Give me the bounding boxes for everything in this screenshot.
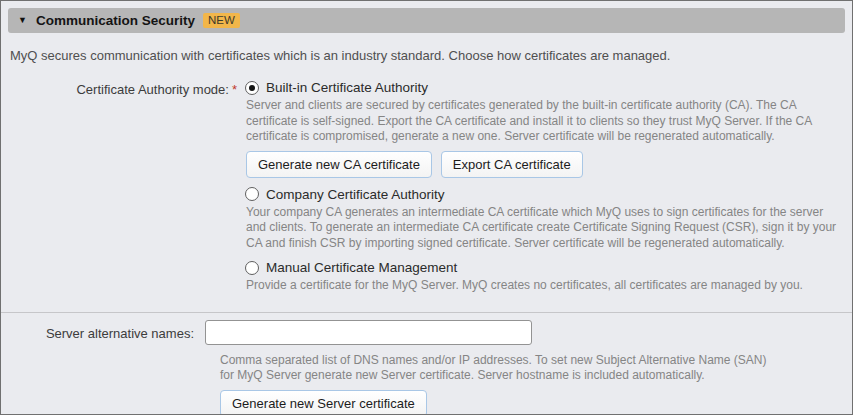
section-header[interactable]: ▼ Communication Security NEW: [8, 8, 845, 33]
option-description: Your company CA generates an intermediat…: [246, 205, 846, 252]
section-title: Communication Security: [36, 13, 195, 28]
ca-mode-options: Built-in Certificate Authority Server an…: [245, 80, 846, 303]
radio-button-selected-icon[interactable]: [245, 81, 259, 95]
section-divider: [1, 312, 852, 313]
certificate-settings-form: Certificate Authority mode:* Built-in Ce…: [1, 80, 852, 415]
option-manual-cert-management: Manual Certificate Management Provide a …: [245, 260, 846, 294]
ca-mode-row: Certificate Authority mode:* Built-in Ce…: [1, 80, 852, 303]
server-alternative-names-input[interactable]: [205, 320, 532, 345]
radio-built-in-ca[interactable]: Built-in Certificate Authority: [245, 80, 846, 95]
ca-mode-label: Certificate Authority mode:*: [1, 80, 237, 97]
radio-label: Company Certificate Authority: [266, 187, 445, 202]
radio-button-icon[interactable]: [245, 261, 259, 275]
san-row: Server alternative names: Comma separate…: [1, 320, 852, 415]
san-field: Comma separated list of DNS names and/or…: [205, 320, 780, 415]
generate-new-ca-certificate-button[interactable]: Generate new CA certificate: [246, 151, 432, 178]
radio-label: Built-in Certificate Authority: [266, 80, 428, 95]
san-description: Comma separated list of DNS names and/or…: [220, 353, 780, 384]
option-description: Server and clients are secured by certif…: [246, 98, 846, 145]
new-badge: NEW: [203, 13, 240, 29]
ca-buttons-row: Generate new CA certificate Export CA ce…: [246, 151, 846, 178]
option-description: Provide a certificate for the MyQ Server…: [246, 278, 846, 294]
option-built-in-ca: Built-in Certificate Authority Server an…: [245, 80, 846, 178]
communication-security-panel: { "header": { "title": "Communication Se…: [0, 0, 853, 415]
radio-button-icon[interactable]: [245, 187, 259, 201]
san-label: Server alternative names:: [1, 320, 194, 341]
generate-new-server-certificate-button[interactable]: Generate new Server certificate: [220, 390, 427, 415]
radio-manual-cert-management[interactable]: Manual Certificate Management: [245, 260, 846, 275]
section-intro-text: MyQ secures communication with certifica…: [10, 48, 843, 63]
option-company-ca: Company Certificate Authority Your compa…: [245, 187, 846, 252]
radio-company-ca[interactable]: Company Certificate Authority: [245, 187, 846, 202]
required-asterisk: *: [232, 82, 237, 97]
collapse-caret-icon[interactable]: ▼: [18, 16, 27, 25]
radio-label: Manual Certificate Management: [266, 260, 457, 275]
export-ca-certificate-button[interactable]: Export CA certificate: [441, 151, 583, 178]
